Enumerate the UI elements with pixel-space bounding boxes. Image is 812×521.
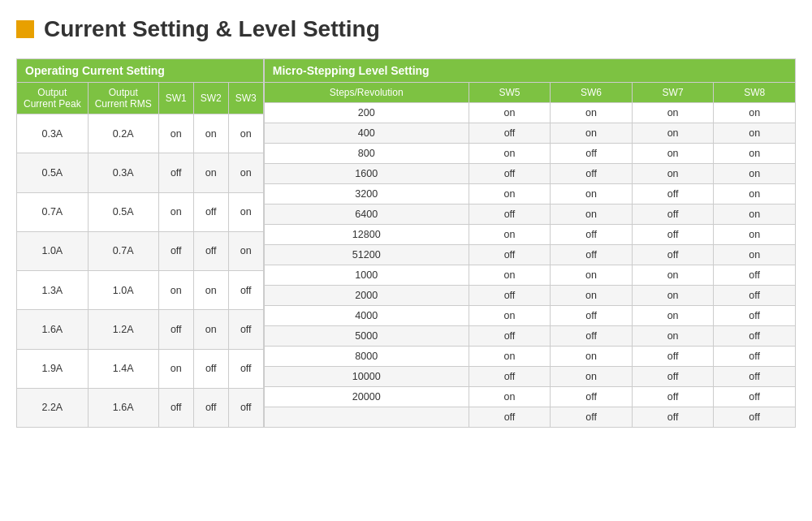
right-table-row: 51200offoffoffon xyxy=(264,245,795,265)
col-header-output-peak: OutputCurrent Peak xyxy=(17,83,89,114)
right-cell-r10-c1: on xyxy=(469,306,551,326)
left-cell-r0-c3: on xyxy=(193,114,228,153)
left-cell-r1-c3: on xyxy=(193,153,228,192)
right-cell-r11-c3: on xyxy=(632,326,714,347)
right-cell-r8-c4: off xyxy=(714,265,796,286)
left-cell-r2-c2: on xyxy=(158,192,193,231)
right-cell-r0-c3: on xyxy=(632,103,714,123)
right-cell-r4-c2: on xyxy=(551,184,633,205)
left-cell-r0-c4: on xyxy=(228,114,263,153)
left-table-row: 2.2A1.6Aoffoffoff xyxy=(17,388,264,427)
right-cell-r4-c3: off xyxy=(632,184,714,205)
left-cell-r5-c2: off xyxy=(158,310,193,349)
right-table-row: 800onoffonon xyxy=(264,144,795,164)
right-cell-r15-c3: off xyxy=(632,407,714,428)
left-cell-r5-c0: 1.6A xyxy=(17,310,89,349)
right-cell-r7-c2: off xyxy=(551,245,633,265)
right-cell-r15-c0 xyxy=(264,407,469,428)
right-cell-r13-c1: off xyxy=(469,367,551,387)
right-cell-r3-c2: off xyxy=(551,164,633,184)
col-header-sw1: SW1 xyxy=(158,83,193,114)
left-cell-r6-c2: on xyxy=(158,349,193,388)
right-table-row: 4000onoffonoff xyxy=(264,306,795,326)
col-header-sw8: SW8 xyxy=(714,83,796,103)
right-cell-r4-c1: on xyxy=(469,184,551,205)
left-cell-r1-c0: 0.5A xyxy=(17,153,89,192)
right-table-row: 6400offonoffon xyxy=(264,205,795,225)
right-cell-r13-c4: off xyxy=(714,367,796,387)
left-cell-r5-c3: on xyxy=(193,310,228,349)
right-table-row: 1000onononoff xyxy=(264,265,795,286)
left-cell-r7-c0: 2.2A xyxy=(17,388,89,427)
page-title-container: Current Setting & Level Setting xyxy=(16,16,796,42)
right-cell-r14-c1: on xyxy=(469,387,551,407)
right-cell-r12-c1: on xyxy=(469,347,551,367)
right-cell-r5-c4: on xyxy=(714,205,796,225)
left-cell-r4-c2: on xyxy=(158,271,193,310)
right-table-row: 8000ononoffoff xyxy=(264,347,795,367)
right-cell-r11-c2: off xyxy=(551,326,633,347)
right-cell-r10-c3: on xyxy=(632,306,714,326)
right-table-row: 1600offoffonon xyxy=(264,164,795,184)
left-cell-r4-c4: off xyxy=(228,271,263,310)
right-cell-r14-c4: off xyxy=(714,387,796,407)
left-table-row: 1.3A1.0Aononoff xyxy=(17,271,264,310)
col-header-sw2: SW2 xyxy=(193,83,228,114)
right-table-row: 10000offonoffoff xyxy=(264,367,795,387)
right-cell-r14-c2: off xyxy=(551,387,633,407)
right-cell-r3-c4: on xyxy=(714,164,796,184)
right-cell-r14-c0: 20000 xyxy=(264,387,469,407)
col-header-sw6: SW6 xyxy=(551,83,633,103)
left-cell-r3-c3: off xyxy=(193,231,228,270)
right-cell-r2-c4: on xyxy=(714,144,796,164)
right-cell-r10-c0: 4000 xyxy=(264,306,469,326)
right-table-row: 12800onoffoffon xyxy=(264,225,795,245)
left-table-row: 1.0A0.7Aoffoffon xyxy=(17,231,264,270)
right-cell-r15-c2: off xyxy=(551,407,633,428)
right-cell-r5-c0: 6400 xyxy=(264,205,469,225)
right-cell-r6-c3: off xyxy=(632,225,714,245)
right-cell-r3-c0: 1600 xyxy=(264,164,469,184)
col-header-sw3: SW3 xyxy=(228,83,263,114)
right-cell-r7-c0: 51200 xyxy=(264,245,469,265)
left-table-row: 1.6A1.2Aoffonoff xyxy=(17,310,264,349)
right-cell-r11-c1: off xyxy=(469,326,551,347)
right-cell-r14-c3: off xyxy=(632,387,714,407)
left-cell-r0-c1: 0.2A xyxy=(88,114,158,153)
right-cell-r1-c4: on xyxy=(714,123,796,144)
left-cell-r0-c2: on xyxy=(158,114,193,153)
right-cell-r9-c0: 2000 xyxy=(264,286,469,306)
right-cell-r0-c1: on xyxy=(469,103,551,123)
right-cell-r5-c1: off xyxy=(469,205,551,225)
title-icon xyxy=(16,20,34,38)
left-cell-r3-c1: 0.7A xyxy=(88,231,158,270)
right-cell-r4-c0: 3200 xyxy=(264,184,469,205)
right-cell-r2-c3: on xyxy=(632,144,714,164)
right-cell-r11-c4: off xyxy=(714,326,796,347)
right-cell-r1-c0: 400 xyxy=(264,123,469,144)
left-cell-r6-c3: off xyxy=(193,349,228,388)
left-cell-r0-c0: 0.3A xyxy=(17,114,89,153)
right-cell-r13-c0: 10000 xyxy=(264,367,469,387)
right-section-header: Micro-Stepping Level Setting xyxy=(264,59,795,83)
right-cell-r8-c0: 1000 xyxy=(264,265,469,286)
left-cell-r1-c2: off xyxy=(158,153,193,192)
right-cell-r7-c1: off xyxy=(469,245,551,265)
right-cell-r1-c1: off xyxy=(469,123,551,144)
right-cell-r1-c2: on xyxy=(551,123,633,144)
right-table-row: 3200ononoffon xyxy=(264,184,795,205)
right-cell-r15-c1: off xyxy=(469,407,551,428)
right-cell-r12-c4: off xyxy=(714,347,796,367)
left-cell-r7-c1: 1.6A xyxy=(88,388,158,427)
left-cell-r4-c1: 1.0A xyxy=(88,271,158,310)
right-cell-r2-c1: on xyxy=(469,144,551,164)
right-cell-r3-c1: off xyxy=(469,164,551,184)
right-cell-r2-c0: 800 xyxy=(264,144,469,164)
right-cell-r4-c4: on xyxy=(714,184,796,205)
right-table-row: 400offononon xyxy=(264,123,795,144)
right-table-row: offoffoffoff xyxy=(264,407,795,428)
col-header-steps: Steps/Revolution xyxy=(264,83,469,103)
tables-container: Operating Current Setting OutputCurrent … xyxy=(16,58,796,428)
left-table-row: 0.3A0.2Aononon xyxy=(17,114,264,153)
right-table-row: 200onononon xyxy=(264,103,795,123)
